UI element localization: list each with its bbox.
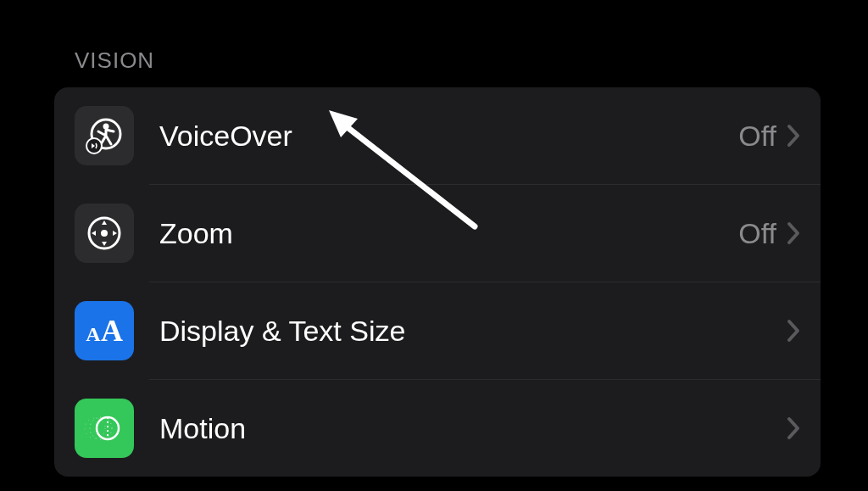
chevron-right-icon [787, 124, 800, 148]
svg-point-1 [103, 124, 109, 130]
row-label-motion: Motion [159, 412, 787, 445]
text-size-icon: A A [75, 301, 134, 360]
svg-point-7 [97, 417, 119, 439]
row-label-display-text-size: Display & Text Size [159, 315, 787, 348]
chevron-right-icon [787, 319, 800, 343]
chevron-right-icon [787, 416, 800, 440]
svg-point-4 [101, 230, 108, 237]
settings-card: VoiceOver Off Zoom Off A [54, 87, 821, 477]
section-header-vision: VISION [0, 0, 868, 87]
svg-point-10 [85, 418, 105, 438]
row-voiceover[interactable]: VoiceOver Off [54, 87, 821, 184]
svg-text:A: A [101, 314, 123, 348]
row-status-voiceover: Off [738, 120, 776, 153]
chevron-right-icon [787, 221, 800, 245]
motion-icon [75, 399, 134, 458]
row-display-text-size[interactable]: A A Display & Text Size [54, 282, 821, 379]
row-motion[interactable]: Motion [54, 380, 821, 477]
row-label-zoom: Zoom [159, 217, 738, 250]
row-status-zoom: Off [738, 217, 776, 250]
row-label-voiceover: VoiceOver [159, 120, 738, 153]
voiceover-icon [75, 106, 134, 165]
svg-text:A: A [86, 323, 101, 345]
zoom-icon [75, 204, 134, 263]
row-zoom[interactable]: Zoom Off [54, 185, 821, 282]
